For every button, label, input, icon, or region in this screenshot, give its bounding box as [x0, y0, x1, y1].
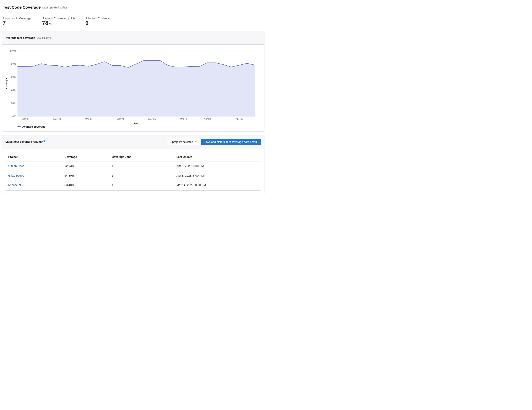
svg-text:Average coverage: Average coverage [22, 125, 45, 128]
svg-text:Apr 01: Apr 01 [204, 118, 211, 120]
svg-text:100%: 100% [10, 49, 16, 52]
svg-text:Mar 17: Mar 17 [85, 118, 92, 120]
svg-text:Mar 09: Mar 09 [21, 118, 29, 120]
svg-text:80%: 80% [11, 63, 16, 65]
svg-text:Mar 25: Mar 25 [148, 118, 156, 120]
svg-text:40%: 40% [11, 89, 16, 91]
svg-text:Mar 13: Mar 13 [53, 118, 61, 120]
svg-text:60%: 60% [11, 76, 16, 78]
svg-text:Mar 29: Mar 29 [180, 118, 188, 120]
svg-text:20%: 20% [11, 102, 16, 105]
svg-text:Coverage: Coverage [5, 78, 8, 89]
svg-text:Mar 21: Mar 21 [117, 118, 124, 120]
svg-text:Date: Date [134, 121, 139, 124]
svg-text:0%: 0% [12, 115, 16, 118]
svg-text:Apr 05: Apr 05 [236, 118, 243, 120]
